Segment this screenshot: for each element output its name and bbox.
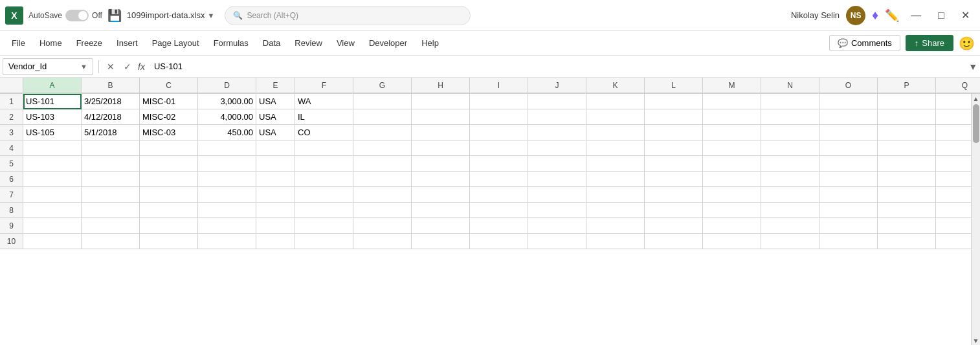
cell-E10[interactable] xyxy=(256,234,295,249)
menu-freeze[interactable]: Freeze xyxy=(70,36,109,50)
cell-H1[interactable] xyxy=(412,94,470,109)
cell-K7[interactable] xyxy=(586,187,645,203)
cell-H8[interactable] xyxy=(412,203,470,218)
cell-A8[interactable] xyxy=(23,203,82,218)
cell-A3[interactable]: US-105 xyxy=(23,125,82,140)
cell-J3[interactable] xyxy=(528,125,586,140)
pen-icon[interactable]: ✏️ xyxy=(885,8,899,23)
cell-M6[interactable] xyxy=(703,172,761,187)
cell-L10[interactable] xyxy=(645,234,703,249)
cell-M7[interactable] xyxy=(703,187,761,203)
cell-A5[interactable] xyxy=(23,156,82,172)
cell-A10[interactable] xyxy=(23,234,82,249)
cell-J1[interactable] xyxy=(528,94,586,109)
cell-B2[interactable]: 4/12/2018 xyxy=(82,109,140,125)
cell-L9[interactable] xyxy=(645,218,703,234)
cell-M2[interactable] xyxy=(703,109,761,125)
cell-C8[interactable] xyxy=(140,203,198,218)
cell-K8[interactable] xyxy=(586,203,645,218)
cell-O10[interactable] xyxy=(819,234,878,249)
cell-N8[interactable] xyxy=(761,203,819,218)
row-num-5[interactable]: 5 xyxy=(0,156,23,172)
cell-N10[interactable] xyxy=(761,234,819,249)
cell-D4[interactable] xyxy=(198,140,256,156)
cell-Q5[interactable] xyxy=(936,156,971,172)
row-num-8[interactable]: 8 xyxy=(0,203,23,218)
cell-J8[interactable] xyxy=(528,203,586,218)
cell-A4[interactable] xyxy=(23,140,82,156)
col-header-G[interactable]: G xyxy=(353,78,412,93)
cell-N5[interactable] xyxy=(761,156,819,172)
vertical-scrollbar[interactable]: ▲ ▼ xyxy=(971,94,980,345)
cell-H4[interactable] xyxy=(412,140,470,156)
cell-I1[interactable] xyxy=(470,94,528,109)
cell-D6[interactable] xyxy=(198,172,256,187)
col-header-O[interactable]: O xyxy=(819,78,878,93)
cell-K10[interactable] xyxy=(586,234,645,249)
cell-B3[interactable]: 5/1/2018 xyxy=(82,125,140,140)
cell-O5[interactable] xyxy=(819,156,878,172)
cell-F9[interactable] xyxy=(295,218,353,234)
cell-L3[interactable] xyxy=(645,125,703,140)
share-button[interactable]: ↑ Share xyxy=(906,35,953,51)
cell-M5[interactable] xyxy=(703,156,761,172)
cell-E9[interactable] xyxy=(256,218,295,234)
cell-ref-dropdown-icon[interactable]: ▼ xyxy=(80,63,87,71)
cell-M10[interactable] xyxy=(703,234,761,249)
menu-file[interactable]: File xyxy=(5,36,32,50)
cell-E1[interactable]: USA xyxy=(256,94,295,109)
cell-N3[interactable] xyxy=(761,125,819,140)
menu-help[interactable]: Help xyxy=(415,36,445,50)
cell-I4[interactable] xyxy=(470,140,528,156)
close-button[interactable]: ✕ xyxy=(956,6,975,24)
cell-H9[interactable] xyxy=(412,218,470,234)
menu-view[interactable]: View xyxy=(330,36,361,50)
cell-G3[interactable] xyxy=(353,125,412,140)
cell-K3[interactable] xyxy=(586,125,645,140)
formula-expand-icon[interactable]: ▼ xyxy=(968,61,977,72)
filename-dropdown-icon[interactable]: ▼ xyxy=(208,12,215,19)
cell-O8[interactable] xyxy=(819,203,878,218)
cell-G2[interactable] xyxy=(353,109,412,125)
cell-C10[interactable] xyxy=(140,234,198,249)
cell-C7[interactable] xyxy=(140,187,198,203)
cell-P1[interactable] xyxy=(878,94,936,109)
cell-P4[interactable] xyxy=(878,140,936,156)
cell-F7[interactable] xyxy=(295,187,353,203)
col-header-P[interactable]: P xyxy=(878,78,936,93)
col-header-K[interactable]: K xyxy=(586,78,645,93)
cell-F4[interactable] xyxy=(295,140,353,156)
row-num-9[interactable]: 9 xyxy=(0,218,23,234)
cell-P10[interactable] xyxy=(878,234,936,249)
cell-I2[interactable] xyxy=(470,109,528,125)
cell-L8[interactable] xyxy=(645,203,703,218)
cell-E5[interactable] xyxy=(256,156,295,172)
cell-I7[interactable] xyxy=(470,187,528,203)
autosave-toggle[interactable] xyxy=(65,10,89,21)
cell-G9[interactable] xyxy=(353,218,412,234)
cell-C1[interactable]: MISC-01 xyxy=(140,94,198,109)
cell-B5[interactable] xyxy=(82,156,140,172)
cell-A2[interactable]: US-103 xyxy=(23,109,82,125)
cell-H7[interactable] xyxy=(412,187,470,203)
cell-I8[interactable] xyxy=(470,203,528,218)
cell-L5[interactable] xyxy=(645,156,703,172)
cell-G7[interactable] xyxy=(353,187,412,203)
cell-E8[interactable] xyxy=(256,203,295,218)
cell-D8[interactable] xyxy=(198,203,256,218)
cell-G10[interactable] xyxy=(353,234,412,249)
row-num-1[interactable]: 1 xyxy=(0,94,23,109)
cell-A7[interactable] xyxy=(23,187,82,203)
minimize-button[interactable]: — xyxy=(906,7,926,24)
col-header-A[interactable]: A xyxy=(23,78,82,93)
cell-B7[interactable] xyxy=(82,187,140,203)
cell-E4[interactable] xyxy=(256,140,295,156)
cell-E2[interactable]: USA xyxy=(256,109,295,125)
cell-K1[interactable] xyxy=(586,94,645,109)
cell-O1[interactable] xyxy=(819,94,878,109)
cell-P8[interactable] xyxy=(878,203,936,218)
formula-input[interactable] xyxy=(150,58,966,75)
cell-P7[interactable] xyxy=(878,187,936,203)
menu-formulas[interactable]: Formulas xyxy=(207,36,255,50)
cell-J6[interactable] xyxy=(528,172,586,187)
